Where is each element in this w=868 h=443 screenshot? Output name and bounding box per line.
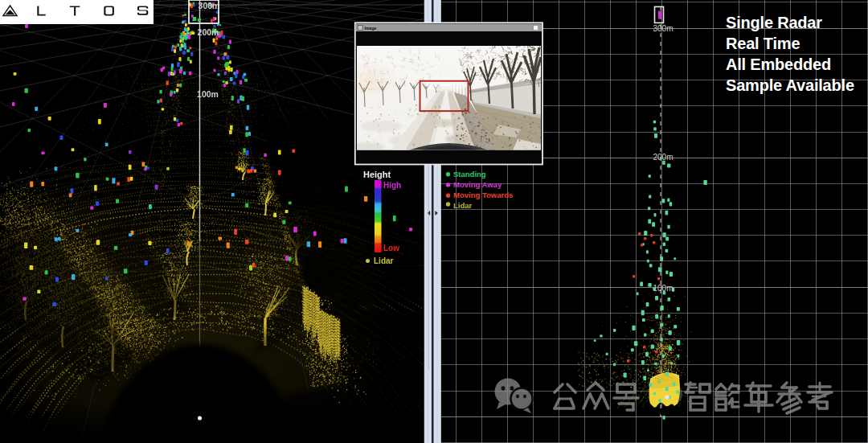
svg-text:200m: 200m [198, 27, 219, 37]
svg-text:200m: 200m [653, 153, 673, 162]
svg-text:100m: 100m [197, 89, 219, 99]
svg-text:300m: 300m [653, 24, 673, 33]
svg-text:300m: 300m [199, 1, 220, 10]
svg-text:Image: Image [365, 26, 377, 31]
svg-text:100m: 100m [653, 284, 673, 293]
